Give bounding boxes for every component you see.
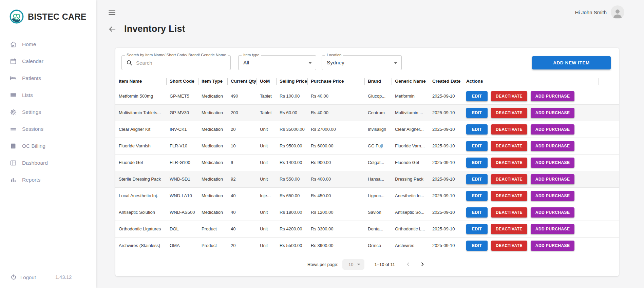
sidebar-item-reports[interactable]: Reports [0, 171, 96, 188]
patients-icon [10, 75, 17, 82]
sidebar-item-lists[interactable]: Lists [0, 87, 96, 104]
cell-short-code: DOL [166, 221, 198, 237]
cell-filler [599, 154, 619, 171]
cell-filler [599, 88, 619, 104]
cell-actions: EDITDEACTIVATEADD PURCHASE [463, 221, 599, 237]
cell-uom: Tablet [257, 88, 276, 104]
cell-purchase-price: Rs 3900.00 [307, 237, 364, 254]
cell-actions: EDITDEACTIVATEADD PURCHASE [463, 204, 599, 221]
cell-uom: Unit [257, 154, 276, 171]
deactivate-button[interactable]: DEACTIVATE [491, 141, 527, 151]
sidebar-item-oc-billing[interactable]: OC Billing [0, 138, 96, 155]
column-header-uom: UoM [257, 75, 276, 88]
sessions-icon [10, 125, 17, 133]
cell-short-code: WND-AS500 [166, 204, 198, 221]
cell-actions: EDITDEACTIVATEADD PURCHASE [463, 171, 599, 187]
sidebar-item-dashboard[interactable]: Dashboard [0, 155, 96, 171]
edit-button[interactable]: EDIT [466, 224, 488, 234]
back-arrow-icon[interactable] [108, 25, 117, 34]
column-header-actions: Actions [463, 75, 599, 88]
search-input[interactable] [133, 60, 230, 66]
deactivate-button[interactable]: DEACTIVATE [491, 158, 527, 168]
column-header-generic-name: Generic Name [392, 75, 429, 88]
edit-button[interactable]: EDIT [466, 108, 488, 118]
edit-button[interactable]: EDIT [466, 241, 488, 251]
deactivate-button[interactable]: DEACTIVATE [491, 241, 527, 251]
sidebar-item-label: Patients [22, 75, 41, 81]
sidebar-item-calendar[interactable]: Calendar [0, 53, 96, 70]
cell-short-code: GP-MET5 [166, 88, 198, 104]
sidebar-item-home[interactable]: Home [0, 36, 96, 53]
column-header-item-type: Item Type [198, 75, 227, 88]
table-body: Metformin 500mgGP-MET5Medication490Table… [115, 88, 619, 254]
location-label: Location [325, 53, 343, 57]
logout-button[interactable]: Logout [0, 274, 36, 281]
add-purchase-button[interactable]: ADD PURCHASE [531, 191, 574, 201]
cell-current-qty: 20 [227, 121, 257, 138]
cell-generic-name: Fluoride Varn... [392, 138, 429, 154]
cell-selling-price: Rs 4200.00 [276, 221, 307, 237]
add-purchase-button[interactable]: ADD PURCHASE [531, 141, 574, 151]
cell-selling-price: Rs 100.00 [276, 88, 307, 104]
add-purchase-button[interactable]: ADD PURCHASE [531, 241, 574, 251]
sidebar-item-patients[interactable]: Patients [0, 70, 96, 87]
table-row: Archwires (Stainless)OMAProduct20UnitRs … [115, 237, 619, 254]
cell-brand: Lignoc... [364, 187, 392, 204]
location-select[interactable]: Location Sydney [322, 55, 402, 70]
home-icon [10, 41, 17, 48]
cell-created-date: 2025-09-10 [429, 138, 463, 154]
cell-filler [599, 221, 619, 237]
inventory-table: Item NameShort CodeItem TypeCurrent QtyU… [115, 75, 619, 254]
cell-generic-name: Archwires [392, 237, 429, 254]
item-type-select[interactable]: Item type All [238, 55, 316, 70]
cell-actions: EDITDEACTIVATEADD PURCHASE [463, 138, 599, 154]
sidebar-item-label: Home [22, 41, 36, 47]
cell-current-qty: 200 [227, 104, 257, 121]
search-field[interactable]: Search by Item Name/ Short Code/ Brand/ … [121, 55, 231, 70]
add-purchase-button[interactable]: ADD PURCHASE [531, 158, 574, 168]
add-purchase-button[interactable]: ADD PURCHASE [531, 174, 574, 184]
deactivate-button[interactable]: DEACTIVATE [491, 108, 527, 118]
cell-filler [599, 138, 619, 154]
cell-purchase-price: Rs 900.00 [307, 154, 364, 171]
chevron-down-icon [394, 62, 397, 64]
logout-label: Logout [20, 274, 36, 280]
add-purchase-button[interactable]: ADD PURCHASE [531, 108, 574, 118]
sidebar-item-settings[interactable]: Settings [0, 104, 96, 121]
add-purchase-button[interactable]: ADD PURCHASE [531, 91, 574, 101]
deactivate-button[interactable]: DEACTIVATE [491, 174, 527, 184]
rows-per-page-select[interactable]: 10 [342, 259, 364, 270]
edit-button[interactable]: EDIT [466, 158, 488, 168]
deactivate-button[interactable]: DEACTIVATE [491, 224, 527, 234]
deactivate-button[interactable]: DEACTIVATE [491, 191, 527, 201]
add-new-item-button[interactable]: ADD NEW ITEM [532, 56, 611, 69]
sidebar-item-sessions[interactable]: Sessions [0, 121, 96, 138]
edit-button[interactable]: EDIT [466, 141, 488, 151]
add-purchase-button[interactable]: ADD PURCHASE [531, 124, 574, 135]
menu-toggle-icon[interactable] [109, 9, 115, 16]
edit-button[interactable]: EDIT [466, 207, 488, 218]
next-page-button[interactable] [418, 260, 427, 269]
user-avatar[interactable] [611, 5, 624, 19]
edit-button[interactable]: EDIT [466, 124, 488, 135]
inventory-card: Search by Item Name/ Short Code/ Brand/ … [115, 48, 619, 276]
edit-button[interactable]: EDIT [466, 191, 488, 201]
edit-button[interactable]: EDIT [466, 174, 488, 184]
sidebar-item-label: Reports [22, 177, 40, 183]
sidebar-item-label: Dashboard [22, 160, 48, 166]
table-row: Fluoride GelFLR-G100Medication9UnitRs 14… [115, 154, 619, 171]
table-row: Sterile Dressing PackWND-SD1Medication92… [115, 171, 619, 187]
deactivate-button[interactable]: DEACTIVATE [491, 207, 527, 218]
cell-purchase-price: Rs 1200.00 [307, 204, 364, 221]
add-purchase-button[interactable]: ADD PURCHASE [531, 207, 574, 218]
add-purchase-button[interactable]: ADD PURCHASE [531, 224, 574, 234]
reports-icon [10, 176, 17, 184]
deactivate-button[interactable]: DEACTIVATE [491, 91, 527, 101]
cell-item-name: Clear Aligner Kit [115, 121, 166, 138]
item-type-label: Item type [242, 53, 261, 57]
deactivate-button[interactable]: DEACTIVATE [491, 124, 527, 135]
previous-page-button[interactable] [404, 260, 413, 269]
edit-button[interactable]: EDIT [466, 91, 488, 101]
brand-name: BISTEC CARE [28, 12, 87, 22]
column-header-filler [599, 75, 619, 88]
